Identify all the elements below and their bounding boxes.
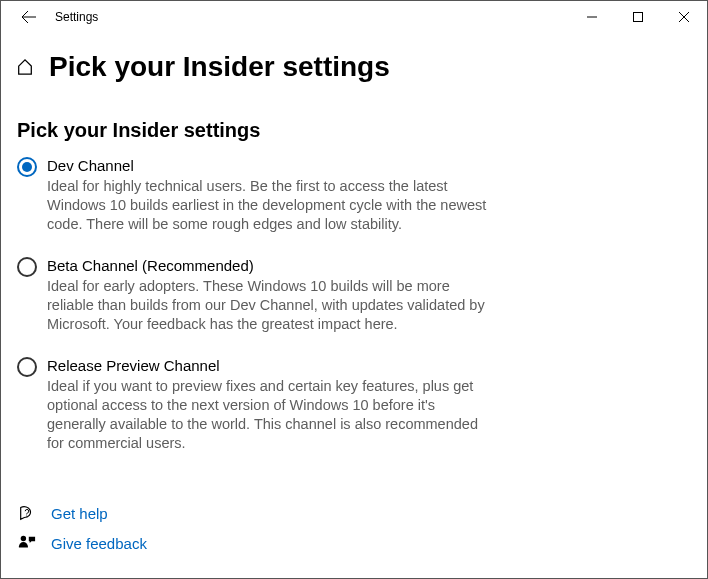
option-description: Ideal if you want to preview fixes and c… — [47, 377, 497, 453]
back-button[interactable] — [9, 1, 49, 33]
app-title: Settings — [49, 10, 98, 24]
svg-rect-0 — [634, 13, 643, 22]
option-description: Ideal for highly technical users. Be the… — [47, 177, 497, 234]
content-area: Pick your Insider settings Dev Channel I… — [1, 91, 707, 453]
section-heading: Pick your Insider settings — [17, 119, 691, 142]
give-feedback-link[interactable]: Give feedback — [17, 534, 147, 552]
page-header: Pick your Insider settings — [1, 33, 707, 91]
option-title: Release Preview Channel — [47, 356, 497, 376]
feedback-icon — [17, 534, 37, 552]
window-controls — [569, 1, 707, 33]
option-release-preview-channel[interactable]: Release Preview Channel Ideal if you wan… — [17, 356, 497, 453]
close-icon — [679, 12, 689, 22]
maximize-button[interactable] — [615, 1, 661, 33]
titlebar: Settings — [1, 1, 707, 33]
svg-point-2 — [21, 536, 26, 541]
close-button[interactable] — [661, 1, 707, 33]
get-help-label: Get help — [51, 505, 108, 522]
maximize-icon — [633, 12, 643, 22]
page-title: Pick your Insider settings — [49, 51, 390, 83]
back-arrow-icon — [21, 9, 37, 25]
footer-links: Get help Give feedback — [17, 504, 147, 564]
get-help-link[interactable]: Get help — [17, 504, 147, 522]
option-title: Beta Channel (Recommended) — [47, 256, 497, 276]
option-description: Ideal for early adopters. These Windows … — [47, 277, 497, 334]
help-icon — [17, 504, 37, 522]
minimize-button[interactable] — [569, 1, 615, 33]
minimize-icon — [587, 12, 597, 22]
radio-beta-channel[interactable] — [17, 257, 37, 277]
give-feedback-label: Give feedback — [51, 535, 147, 552]
radio-dev-channel[interactable] — [17, 157, 37, 177]
option-beta-channel[interactable]: Beta Channel (Recommended) Ideal for ear… — [17, 256, 497, 334]
radio-release-preview-channel[interactable] — [17, 357, 37, 377]
home-icon[interactable] — [15, 58, 35, 76]
option-dev-channel[interactable]: Dev Channel Ideal for highly technical u… — [17, 156, 497, 234]
svg-point-1 — [26, 516, 27, 517]
option-title: Dev Channel — [47, 156, 497, 176]
